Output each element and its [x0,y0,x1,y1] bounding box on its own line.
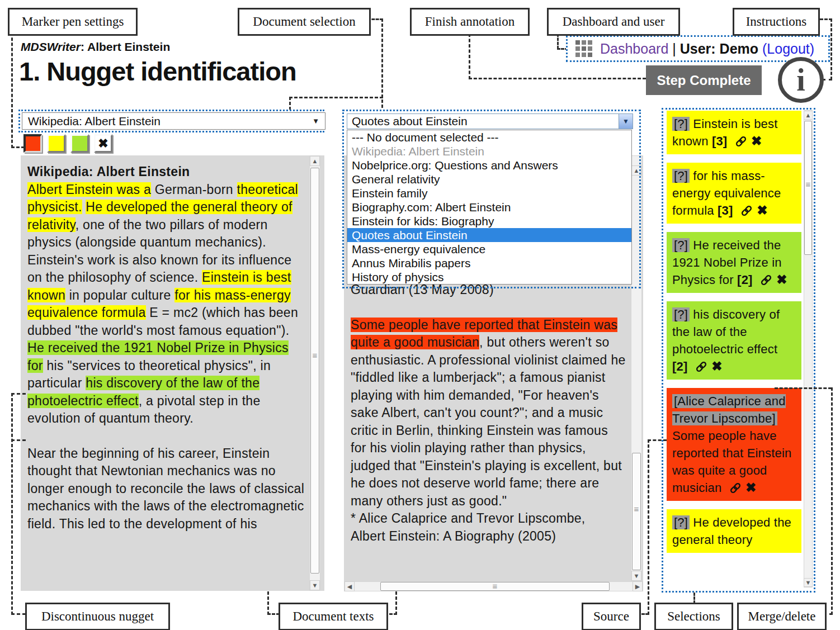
dropdown-option[interactable]: History of physics [347,270,631,284]
connector-discontinuous-nugget [11,393,26,395]
middle-document-text[interactable]: Guardian (13 May 2008) Some people have … [351,281,626,545]
nugget-card-list: [?] Einstein is best known [3] ✖[?] for … [667,111,801,561]
link-icon[interactable] [729,482,742,494]
dropdown-option[interactable]: Quotes about Einstein [347,228,631,242]
middle-document-dropdown-frame: Quotes about Einstein ▼ --- No document … [342,110,641,288]
callout-source: Source [582,603,641,630]
connector-source [648,439,667,441]
dropdown-option[interactable]: Nobelprice.org: Questions and Answers [347,158,631,172]
nugget-card[interactable]: [?] Einstein is best known [3] ✖ [667,111,801,154]
green-marker-button[interactable] [70,134,89,153]
scroll-left-icon[interactable]: ◀ [345,581,355,591]
left-document-dropdown-frame: Wikipedia: Albert Einstein ▼ [18,110,324,132]
middle-scrollbar-thumb[interactable]: ≡ [632,453,641,570]
red-marker-button[interactable] [23,134,42,153]
selections-scrollbar-thumb[interactable]: ≡ [804,121,812,255]
clear-marker-button[interactable]: ✖ [94,134,112,153]
nugget-card[interactable]: [?] He developed the general theory [667,509,801,553]
left-document-paragraph-2: Near the beginning of his career, Einste… [27,445,305,533]
dropdown-option[interactable]: Biography.com: Albert Einstein [347,200,631,214]
delete-nugget-icon[interactable]: ✖ [711,359,722,373]
scroll-down-icon[interactable]: ▼ [631,571,641,581]
merge-count: [2] [672,359,688,373]
source-line: Albert Einstein: A Biography (2005) [351,528,626,546]
callout-selections: Selections [654,603,733,630]
merge-count: [3] [712,134,728,148]
dropdown-option[interactable]: Wikipedia: Albert Einstein [347,144,631,158]
left-document-paragraph: Albert Einstein was a German-born theore… [27,181,305,428]
left-scrollbar-thumb[interactable]: ≡ [310,168,319,574]
callout-dashboard-and-user: Dashboard and user [547,8,680,36]
callout-instructions: Instructions [733,8,820,36]
marker-pen-toolbar: ✖ [23,134,112,153]
left-document-dropdown[interactable]: Wikipedia: Albert Einstein ▼ [22,112,325,130]
page-title: 1. Nugget identification [19,56,296,87]
link-icon[interactable] [740,205,753,217]
nugget-card[interactable]: [Alice Calaprice and Trevor Lipscombe] S… [667,388,801,501]
scroll-up-icon[interactable]: ▲ [310,156,320,166]
mdswriter-annotation-screen: Marker pen settings Document selection F… [0,0,840,630]
dashboard-link[interactable]: Dashboard [600,41,668,56]
dropdown-option[interactable]: --- No document selected --- [347,130,631,144]
connector-finish-annotation [469,34,470,79]
link-icon[interactable] [695,361,708,373]
middle-horizontal-thumb[interactable]: ≡ [380,582,610,591]
dropdown-option[interactable]: General relativity [347,172,631,186]
app-title: MDSWriter: Albert Einstein [21,40,170,54]
delete-nugget-icon[interactable]: ✖ [776,272,787,287]
plain-text: in popular culture [65,288,174,302]
scroll-up-icon[interactable]: ▲ [804,111,813,120]
scroll-right-icon[interactable]: ▶ [633,581,643,591]
connector-merge-delete [775,387,832,389]
connector-document-selection [289,97,383,98]
chevron-down-icon: ▼ [312,117,319,125]
connector-document-texts [267,613,280,615]
delete-nugget-icon[interactable]: ✖ [745,480,756,495]
delete-nugget-icon[interactable]: ✖ [757,203,767,217]
callout-marker-pen-settings: Marker pen settings [8,8,138,36]
connector-discontinuous-nugget [11,393,13,615]
plain-text: , but others weren't so enthusiastic. A … [351,335,626,508]
logout-link[interactable]: (Logout) [762,41,814,56]
scroll-down-icon[interactable]: ▼ [310,580,320,590]
nugget-card[interactable]: [?] He received the 1921 Nobel Prize in … [667,232,801,293]
nugget-card[interactable]: [?] his discovery of the law of the phot… [667,301,801,380]
dropdown-option[interactable]: Einstein for kids: Biography [347,214,631,228]
middle-document-dropdown-value: Quotes about Einstein [352,115,468,128]
link-icon[interactable] [759,274,773,286]
connector-selections [693,593,695,604]
middle-document-dropdown[interactable]: Quotes about Einstein ▼ [347,113,633,129]
merge-count: [3] [718,203,733,217]
info-icon[interactable]: i [778,57,824,103]
connector-finish-annotation [469,78,646,79]
dropdown-option[interactable]: Einstein family [347,186,631,200]
plain-text: German-born [151,182,237,197]
left-document-text[interactable]: Wikipedia: Albert Einstein Albert Einste… [27,163,305,533]
chevron-down-icon: ▼ [622,117,629,125]
document-dropdown-list: --- No document selected ---Wikipedia: A… [347,130,632,285]
middle-document-paragraph: Some people have reported that Einstein … [351,316,626,510]
step-complete-button[interactable]: Step Complete [646,65,762,95]
connector-source [648,439,649,615]
connector-discontinuous-nugget [11,613,26,615]
link-icon[interactable] [734,135,748,148]
user-name: Demo [720,41,758,56]
yellow-highlight: Albert Einstein was a [27,182,151,197]
nugget-card[interactable]: [?] for his mass-energy equivalence form… [667,163,801,224]
callout-document-selection: Document selection [238,8,371,36]
yellow-marker-button[interactable] [47,134,65,153]
dropdown-button[interactable]: ▼ [619,114,633,129]
delete-nugget-icon[interactable]: ✖ [751,134,762,148]
nugget-source-chip: [?] [672,307,690,321]
dropdown-option[interactable]: Annus Mirabilis papers [347,256,631,270]
user-label: User: [680,41,716,56]
scroll-down-icon[interactable]: ▼ [804,578,813,587]
nugget-source-chip: [?] [672,515,690,529]
connector-document-selection [289,97,291,110]
source-line: * Alice Calaprice and Trevor Lipscombe, [351,510,626,528]
separator: | [672,41,676,56]
nugget-source-chip: [?] [672,169,690,183]
dashboard-grid-icon[interactable] [575,40,592,57]
dropdown-option[interactable]: Mass-energy equivalence [347,242,631,256]
callout-discontinuous-nugget: Discontinuous nugget [25,603,170,630]
